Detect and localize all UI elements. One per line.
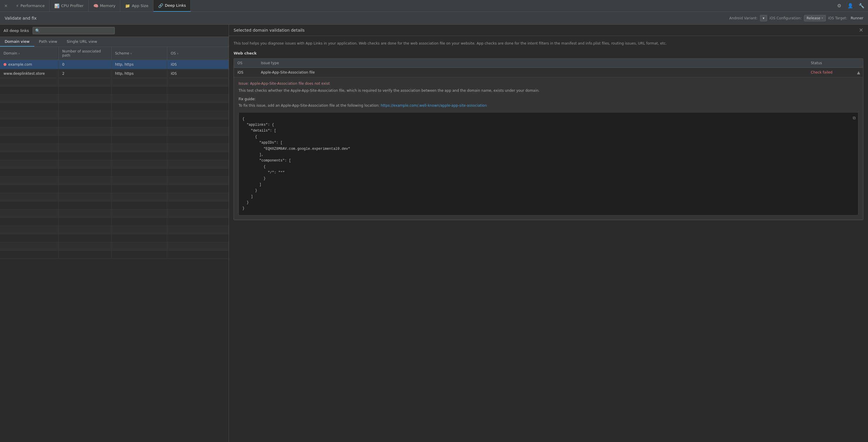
col-paths[interactable]: Number of associated path bbox=[59, 47, 112, 60]
code-block: ⧉ { "applinks": { "details": [ { "appIDs… bbox=[239, 112, 858, 215]
tab-domain-view[interactable]: Domain view bbox=[0, 37, 34, 46]
ios-target-value: Runner bbox=[851, 16, 863, 20]
deep-links-icon: 🔗 bbox=[158, 3, 163, 8]
tab-path-view[interactable]: Path view bbox=[34, 37, 62, 46]
cell-scheme-2: http, https bbox=[112, 69, 167, 78]
wc-col-status: Status bbox=[807, 59, 854, 67]
android-variant-value: ▾ bbox=[763, 16, 765, 20]
code-line: } bbox=[242, 200, 855, 205]
expand-icon[interactable]: ▲ bbox=[854, 68, 863, 77]
wc-cell-os: iOS bbox=[234, 68, 257, 77]
cell-paths-1: 0 bbox=[59, 60, 112, 69]
android-variant-dropdown[interactable]: ▾ bbox=[760, 15, 767, 22]
table-row[interactable]: example.com 0 http, https iOS bbox=[0, 60, 228, 69]
left-panel: All deep links 🔍 Domain view Path view S… bbox=[0, 25, 229, 442]
right-panel-body: This tool helps you diagnose issues with… bbox=[229, 36, 868, 442]
tab-deep-links[interactable]: 🔗 Deep Links bbox=[153, 0, 191, 12]
table-row-empty bbox=[0, 169, 228, 177]
top-tab-bar: ✕ ⚡ Performance 📊 CPU Profiler 🧠 Memory … bbox=[0, 0, 868, 12]
cell-domain-1: example.com bbox=[0, 60, 59, 69]
code-line: "EQHXZ8M8AV.com.google.experimental0.dev… bbox=[242, 146, 855, 152]
cpu-icon: 📊 bbox=[54, 3, 59, 8]
tab-memory-label: Memory bbox=[100, 3, 116, 8]
web-check-row: iOS Apple-App-Site-Association file Chec… bbox=[234, 68, 863, 220]
ios-config-value: Release bbox=[807, 16, 820, 20]
profile-icon[interactable]: 👤 bbox=[846, 2, 855, 10]
table-row-empty bbox=[0, 210, 228, 218]
error-dot bbox=[3, 63, 6, 66]
sort-os-icon: ▾ bbox=[177, 52, 178, 55]
tab-single-url-view[interactable]: Single URL view bbox=[62, 37, 102, 46]
ios-config-caret: ▾ bbox=[822, 16, 823, 20]
code-line: } bbox=[242, 176, 855, 181]
search-box[interactable]: 🔍 bbox=[33, 27, 115, 34]
col-domain[interactable]: Domain ▾ bbox=[0, 47, 59, 60]
table-row-empty bbox=[0, 250, 228, 259]
fix-guide-link[interactable]: https://example.com/.well-known/apple-ap… bbox=[381, 103, 487, 108]
col-os[interactable]: OS ▾ bbox=[167, 47, 228, 60]
cell-paths-2: 2 bbox=[59, 69, 112, 78]
right-panel: Selected domain validation details ✕ Thi… bbox=[229, 25, 868, 442]
table-row-empty bbox=[0, 144, 228, 152]
tab-app-size[interactable]: 📁 App Size bbox=[120, 0, 153, 12]
tab-cpu-label: CPU Profiler bbox=[61, 3, 83, 8]
code-line: } bbox=[242, 188, 855, 194]
cell-os-1: iOS bbox=[167, 60, 228, 69]
cell-scheme-1: http, https bbox=[112, 60, 167, 69]
settings-icon[interactable]: ⚙ bbox=[835, 2, 843, 10]
memory-icon: 🧠 bbox=[93, 3, 98, 8]
table-row-empty bbox=[0, 119, 228, 128]
sort-scheme-icon: ▾ bbox=[130, 52, 132, 55]
performance-icon: ⚡ bbox=[16, 3, 19, 8]
fix-guide-desc: To fix this issue, add an Apple-App-Site… bbox=[239, 103, 858, 108]
code-line: "components": [ bbox=[242, 158, 855, 164]
copy-button[interactable]: ⧉ bbox=[853, 115, 856, 122]
table-row-empty bbox=[0, 128, 228, 136]
tab-performance[interactable]: ⚡ Performance bbox=[11, 0, 50, 12]
web-check-row-main[interactable]: iOS Apple-App-Site-Association file Chec… bbox=[234, 68, 863, 77]
table-row-empty bbox=[0, 218, 228, 226]
search-input[interactable] bbox=[42, 29, 112, 33]
tab-memory[interactable]: 🧠 Memory bbox=[89, 0, 121, 12]
issue-title: Issue: Apple-App-Site-Association file d… bbox=[239, 81, 858, 86]
table-row[interactable]: www.deeplinktest.store 2 http, https iOS bbox=[0, 69, 228, 78]
table-row-empty bbox=[0, 160, 228, 169]
tab-deep-links-label: Deep Links bbox=[165, 3, 186, 8]
tools-icon[interactable]: 🔧 bbox=[858, 2, 866, 10]
issue-expanded: Issue: Apple-App-Site-Association file d… bbox=[234, 77, 863, 219]
table-row-empty bbox=[0, 87, 228, 95]
code-line: "details": [ bbox=[242, 128, 855, 134]
left-panel-header: All deep links 🔍 bbox=[0, 25, 228, 37]
code-line: { bbox=[242, 164, 855, 170]
view-tabs: Domain view Path view Single URL view bbox=[0, 37, 228, 47]
table-row-empty bbox=[0, 201, 228, 210]
code-line: "/": "*" bbox=[242, 170, 855, 176]
col-scheme[interactable]: Scheme ▾ bbox=[112, 47, 167, 60]
fix-guide-label: Fix guide: bbox=[239, 97, 858, 101]
toolbar: Validate and fix Android Variant: ▾ iOS … bbox=[0, 12, 868, 25]
wc-cell-issue: Apple-App-Site-Association file bbox=[257, 68, 807, 77]
tab-performance-label: Performance bbox=[21, 3, 44, 8]
code-line: "applinks": { bbox=[242, 122, 855, 128]
table-row-empty bbox=[0, 234, 228, 242]
tab-app-size-label: App Size bbox=[132, 3, 148, 8]
wc-cell-status: Check failed bbox=[807, 68, 854, 77]
search-icon: 🔍 bbox=[35, 28, 40, 33]
close-icon[interactable]: ✕ bbox=[2, 2, 9, 9]
table-row-empty bbox=[0, 152, 228, 160]
cell-os-2: iOS bbox=[167, 69, 228, 78]
empty-rows bbox=[0, 78, 228, 259]
table-row-empty bbox=[0, 177, 228, 185]
table-row-empty bbox=[0, 103, 228, 111]
code-line: { bbox=[242, 116, 855, 122]
tab-cpu-profiler[interactable]: 📊 CPU Profiler bbox=[50, 0, 88, 12]
wc-col-os: OS bbox=[234, 59, 257, 67]
ios-config-dropdown[interactable]: Release ▾ bbox=[804, 15, 826, 22]
close-button[interactable]: ✕ bbox=[859, 28, 863, 33]
code-line: ] bbox=[242, 182, 855, 188]
code-line: } bbox=[242, 205, 855, 211]
wc-col-issue: Issue type bbox=[257, 59, 807, 67]
code-line: "appIDs": [ bbox=[242, 140, 855, 146]
code-line: { bbox=[242, 134, 855, 140]
table-row-empty bbox=[0, 242, 228, 250]
